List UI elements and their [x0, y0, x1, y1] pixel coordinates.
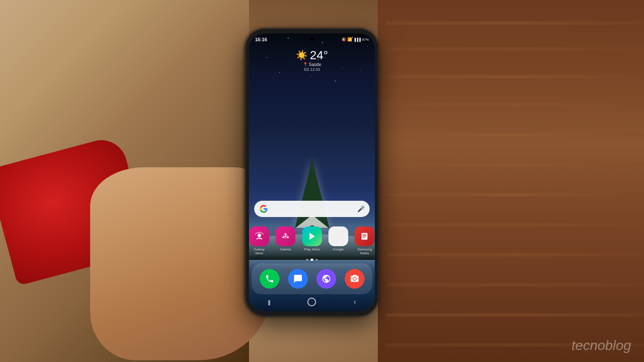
home-icon[interactable] [307, 298, 316, 306]
weather-temperature: 24° [310, 48, 328, 62]
weather-temp-row: ☀️ 24° [296, 48, 328, 62]
weather-date: 5/2 12:33 [304, 67, 320, 72]
page-indicators [249, 259, 375, 261]
page-dot-3 [316, 259, 318, 261]
battery-icon: 87% [362, 38, 369, 42]
dock-messages[interactable] [288, 269, 308, 289]
back-icon[interactable]: ‹ [354, 298, 356, 306]
app-item-galeria[interactable]: Galeria [275, 226, 295, 256]
wooden-wall [378, 0, 644, 362]
wood-slat [386, 47, 644, 51]
app-item-google[interactable]: Google [328, 226, 348, 256]
dock-browser[interactable] [316, 269, 336, 289]
wood-slat [386, 253, 644, 256]
search-mic-icon[interactable]: 🎤 [357, 205, 365, 212]
svg-point-0 [257, 233, 261, 237]
dock [252, 263, 372, 294]
watermark: tecnoblog [571, 338, 631, 353]
navigation-bar: ||| ‹ [249, 295, 375, 309]
svg-point-2 [285, 233, 286, 235]
wifi-icon: 📶 [347, 37, 352, 42]
dock-phone[interactable] [260, 269, 279, 289]
google-g-logo [259, 205, 268, 213]
wood-slat [386, 21, 644, 25]
star [335, 81, 336, 81]
galaxy-store-label: GalaxyStore [254, 247, 264, 256]
wood-slat [386, 283, 644, 287]
star [279, 72, 280, 73]
stars [249, 33, 375, 119]
samsung-notes-icon[interactable] [355, 226, 374, 246]
weather-location: 📍 Saúde [303, 62, 321, 67]
app-item-galaxy-store[interactable]: GalaxyStore [249, 226, 269, 256]
app-item-samsung-notes[interactable]: SamsungNotes [355, 226, 375, 256]
svg-point-4 [287, 236, 289, 238]
app-icons-row: GalaxyStore Galeria [249, 226, 375, 256]
signal-icon: ▐▐▐ [353, 38, 361, 42]
google-label: Google [333, 247, 344, 252]
svg-point-5 [285, 235, 286, 237]
page-dot-2-active [310, 259, 313, 261]
svg-point-3 [283, 236, 284, 238]
mute-icon: 🔇 [341, 37, 346, 42]
play-store-label: Play Store [304, 247, 320, 252]
wood-slat [386, 133, 644, 136]
page-dot-1 [306, 259, 308, 261]
wood-slat [386, 163, 644, 166]
location-pin-icon: 📍 [303, 62, 308, 67]
search-bar[interactable]: 🎤 [254, 201, 370, 217]
star [311, 76, 312, 77]
wood-slat [386, 193, 644, 196]
google-icon[interactable] [328, 226, 348, 246]
weather-widget: ☀️ 24° 📍 Saúde 5/2 12:33 [249, 48, 375, 72]
recent-apps-icon[interactable]: ||| [268, 299, 270, 305]
galaxy-store-icon[interactable] [249, 226, 269, 246]
galeria-icon[interactable] [276, 226, 295, 246]
galeria-label: Galeria [280, 247, 291, 252]
weather-sun-icon: ☀️ [296, 50, 307, 61]
status-time: 15:16 [255, 37, 267, 42]
phone-screen: 15:16 🔇 📶 ▐▐▐ 87% ☀️ 24° 📍 Saúde 5/2 12:… [249, 33, 375, 311]
star [367, 46, 368, 47]
wood-slat [386, 103, 644, 106]
weather-city: Saúde [309, 62, 321, 67]
dock-camera[interactable] [345, 269, 365, 289]
status-icons: 🔇 📶 ▐▐▐ 87% [341, 37, 369, 42]
camera-hole [310, 37, 314, 41]
svg-rect-6 [361, 233, 368, 240]
hand [90, 167, 270, 360]
wood-slat [386, 75, 644, 78]
power-button [377, 98, 379, 119]
samsung-notes-label: SamsungNotes [357, 247, 372, 256]
app-item-play-store[interactable]: Play Store [302, 226, 322, 256]
wood-slat [386, 223, 644, 226]
play-store-icon[interactable] [302, 226, 322, 246]
wood-slat [386, 313, 644, 317]
